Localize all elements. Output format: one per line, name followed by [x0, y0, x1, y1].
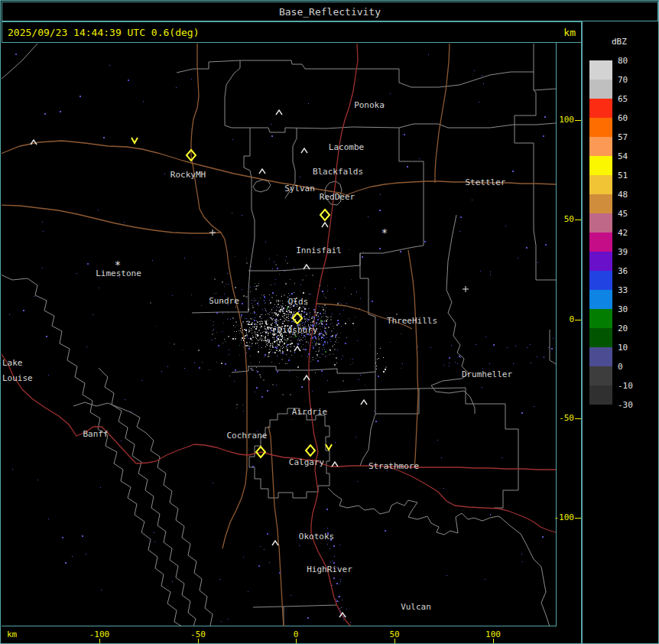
radar-echo — [283, 313, 284, 314]
radar-echo — [259, 330, 260, 330]
radar-echo — [243, 340, 244, 340]
radar-echo — [294, 311, 294, 312]
radar-echo — [505, 226, 506, 226]
x-axis-tick — [394, 639, 395, 644]
radar-echo — [289, 311, 291, 313]
radar-echo — [216, 293, 216, 294]
radar-echo — [43, 231, 44, 232]
radar-echo — [256, 367, 257, 368]
radar-echo — [297, 377, 298, 378]
radar-echo — [286, 346, 287, 346]
radar-echo — [485, 337, 486, 337]
radar-echo — [299, 336, 300, 337]
radar-echo — [271, 324, 271, 324]
radar-echo — [281, 340, 282, 342]
radar-echo — [259, 339, 260, 340]
city-label: Strathmore — [368, 461, 419, 471]
radar-echo — [380, 194, 381, 195]
radar-echo — [274, 327, 275, 327]
radar-echo — [265, 324, 266, 324]
radar-echo — [313, 357, 313, 358]
radar-echo — [279, 307, 280, 307]
radar-echo — [261, 340, 261, 340]
radar-echo — [326, 330, 327, 331]
radar-echo — [290, 343, 291, 345]
radar-echo — [288, 318, 289, 319]
colorbar-panel: dBZ 807065605754514845423936333020100-10… — [582, 21, 659, 644]
radar-echo — [251, 368, 252, 369]
radar-echo — [280, 339, 281, 340]
radar-echo — [255, 326, 256, 327]
radar-echo — [281, 309, 283, 311]
radar-echo — [265, 340, 265, 340]
radar-echo — [176, 87, 177, 88]
radar-map-canvas[interactable]: **PonokaLacombeBlackfaldsSylvanRedDeerSt… — [2, 43, 557, 626]
radar-echo — [287, 317, 288, 317]
radar-echo — [286, 314, 287, 315]
radar-echo — [246, 333, 247, 333]
radar-echo — [271, 317, 271, 318]
colorbar-value-label: 30 — [618, 304, 628, 314]
radar-echo — [277, 356, 278, 356]
radar-echo — [297, 335, 297, 336]
radar-echo — [346, 305, 348, 307]
radar-echo — [241, 314, 242, 316]
radar-echo — [449, 503, 450, 503]
radar-echo — [243, 411, 244, 411]
radar-echo — [250, 338, 252, 340]
radar-echo — [270, 327, 271, 329]
radar-echo — [274, 340, 275, 341]
radar-echo — [336, 357, 337, 359]
radar-echo — [254, 312, 255, 314]
radar-echo — [335, 337, 336, 338]
radar-echo — [235, 338, 236, 340]
radar-echo — [236, 331, 237, 332]
radar-echo — [285, 283, 287, 285]
city-label: Limestone — [96, 268, 141, 278]
radar-echo — [333, 345, 333, 346]
radar-echo — [256, 326, 258, 327]
radar-echo — [248, 320, 248, 321]
radar-echo — [275, 341, 276, 342]
radar-echo — [271, 135, 273, 137]
radar-echo — [261, 325, 261, 326]
radar-echo — [265, 332, 267, 333]
radar-echo — [268, 352, 270, 353]
radar-echo — [273, 307, 274, 308]
radar-echo — [482, 75, 482, 76]
radar-echo — [252, 340, 252, 340]
radar-map[interactable]: **PonokaLacombeBlackfaldsSylvanRedDeerSt… — [2, 43, 557, 626]
radar-echo — [246, 334, 248, 336]
radar-echo — [247, 337, 248, 337]
radar-echo — [276, 295, 277, 296]
radar-echo — [277, 255, 278, 255]
radar-echo — [150, 541, 151, 542]
radar-echo — [273, 328, 274, 329]
radar-echo — [246, 332, 247, 333]
radar-echo — [333, 353, 333, 354]
radar-echo — [257, 333, 258, 333]
radar-echo — [248, 309, 249, 310]
radar-echo — [294, 337, 294, 338]
radar-echo — [291, 340, 291, 341]
radar-echo — [278, 314, 279, 315]
radar-echo — [300, 343, 300, 343]
radar-echo — [530, 344, 531, 345]
radar-echo — [273, 330, 274, 330]
radar-echo — [254, 326, 255, 327]
radar-echo — [248, 366, 248, 366]
map-boundary — [253, 180, 271, 192]
radar-echo — [174, 343, 175, 345]
radar-echo — [268, 335, 268, 336]
radar-echo — [404, 134, 405, 135]
radar-echo — [313, 337, 313, 337]
radar-echo — [318, 334, 319, 335]
radar-echo — [278, 340, 278, 340]
city-label: Ponoka — [354, 100, 385, 110]
radar-echo — [372, 301, 373, 302]
radar-echo — [277, 343, 278, 343]
radar-echo — [240, 330, 241, 331]
asterisk-icon: * — [381, 226, 388, 239]
radar-echo — [375, 363, 376, 363]
radar-echo — [246, 318, 247, 319]
